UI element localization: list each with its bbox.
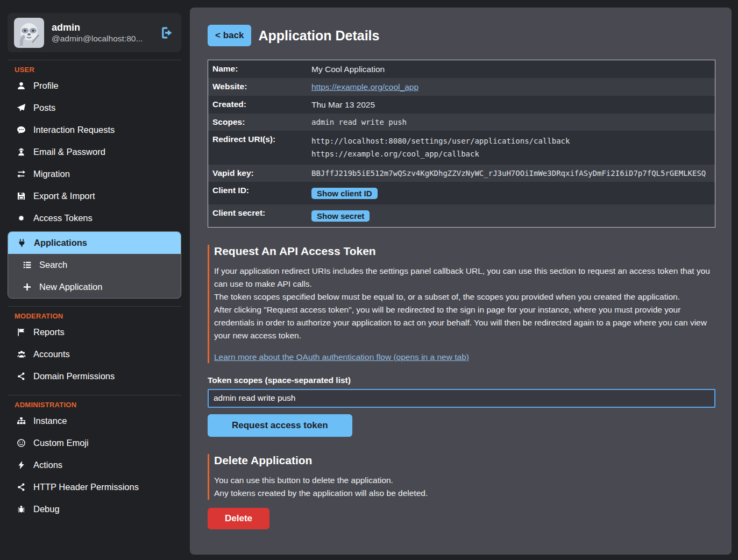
sitemap-icon: [16, 416, 26, 426]
row-value: admin read write push: [307, 114, 715, 130]
sidebar-item-label: HTTP Header Permissions: [33, 482, 139, 492]
sidebar-item-label: Reports: [33, 327, 65, 337]
sidebar-section-user: USER Profile Posts Interaction Requests: [0, 66, 190, 299]
table-row-client-secret: Client secret: Show secret: [208, 204, 715, 227]
sidebar-item-applications-search[interactable]: Search: [8, 254, 181, 276]
show-secret-button[interactable]: Show secret: [311, 210, 370, 222]
users-icon: [16, 350, 26, 359]
table-row-created: Created: Thu Mar 13 2025: [208, 96, 715, 114]
sidebar-item-label: Migration: [33, 169, 70, 179]
sidebar-item-label: Applications: [34, 238, 87, 248]
row-value: Thu Mar 13 2025: [307, 96, 715, 114]
sidebar-item-posts[interactable]: Posts: [0, 97, 190, 119]
sidebar: admin @admin@localhost:80... USER Profil…: [0, 0, 190, 560]
sidebar-item-http-header-permissions[interactable]: HTTP Header Permissions: [0, 476, 190, 498]
sidebar-item-label: Profile: [33, 81, 59, 91]
sidebar-item-instance[interactable]: Instance: [0, 410, 190, 432]
website-link[interactable]: https://example.org/cool_app: [311, 82, 418, 91]
avatar: [14, 18, 44, 48]
share-nodes-icon: [16, 483, 26, 492]
oauth-docs-link[interactable]: Learn more about the OAuth authenticatio…: [214, 352, 469, 361]
token-paragraph-1: If your application redirect URIs includ…: [214, 265, 716, 290]
back-button[interactable]: < back: [208, 25, 251, 46]
table-row-vapid-key: Vapid key: BBJffJ219b5iE512m7wQSzv4KgKDh…: [208, 165, 715, 182]
sidebar-item-label: Search: [39, 260, 67, 270]
sidebar-divider: [8, 60, 181, 60]
user-secret-icon: [16, 147, 26, 157]
token-scopes-input[interactable]: [208, 389, 715, 408]
comment-dots-icon: [16, 125, 26, 134]
delete-application-button[interactable]: Delete: [208, 508, 269, 529]
row-label: Website:: [208, 78, 307, 95]
section-heading-moderation: MODERATION: [15, 312, 190, 320]
table-row-name: Name: My Cool Application: [208, 60, 715, 78]
user-meta: admin @admin@localhost:80...: [52, 22, 151, 44]
sidebar-item-label: Interaction Requests: [33, 125, 115, 135]
sidebar-item-label: Domain Permissions: [33, 371, 115, 381]
table-row-website: Website: https://example.org/cool_app: [208, 78, 715, 96]
redirect-uri-2: https://example.org/cool_app/callback: [311, 148, 711, 161]
row-label: Scopes:: [208, 114, 307, 131]
flag-icon: [16, 328, 26, 337]
page-header: < back Application Details: [208, 25, 716, 46]
sidebar-item-domain-permissions[interactable]: Domain Permissions: [0, 365, 190, 387]
sidebar-item-label: Email & Password: [33, 147, 105, 157]
sidebar-item-label: Accounts: [33, 349, 70, 359]
sidebar-section-moderation: MODERATION Reports Accounts Domain Permi…: [0, 312, 190, 387]
sidebar-item-custom-emoji[interactable]: Custom Emoji: [0, 432, 190, 454]
sidebar-item-email-password[interactable]: Email & Password: [0, 141, 190, 163]
sidebar-item-access-tokens[interactable]: Access Tokens: [0, 207, 190, 229]
bolt-icon: [16, 460, 26, 470]
sidebar-item-actions[interactable]: Actions: [0, 454, 190, 476]
sidebar-item-label: Instance: [33, 416, 67, 426]
page-title: Application Details: [258, 28, 379, 44]
settings-app: admin @admin@localhost:80... USER Profil…: [0, 0, 738, 560]
sidebar-item-label: Access Tokens: [33, 213, 93, 223]
row-value: BBJffJ219b5iE512m7wQSzv4KgKDhgZZVzNyWC_r…: [307, 165, 715, 181]
show-client-id-button[interactable]: Show client ID: [311, 188, 378, 199]
row-label: Client secret:: [208, 204, 307, 222]
floppy-disk-icon: [16, 192, 26, 201]
sidebar-item-interaction-requests[interactable]: Interaction Requests: [0, 119, 190, 141]
token-paragraph-3: After clicking "Request access token", y…: [214, 303, 716, 342]
request-access-token-button[interactable]: Request access token: [208, 414, 352, 437]
sidebar-divider: [8, 395, 181, 395]
list-icon: [22, 260, 32, 270]
application-details-table: Name: My Cool Application Website: https…: [208, 60, 715, 228]
applications-group: Applications Search New Application: [8, 231, 181, 299]
sidebar-item-label: Posts: [33, 103, 55, 113]
sidebar-divider: [8, 306, 181, 307]
sidebar-item-label: Export & Import: [33, 191, 95, 201]
delete-section-heading: Delete Application: [214, 454, 716, 467]
bug-icon: [16, 505, 26, 514]
sidebar-item-profile[interactable]: Profile: [0, 75, 190, 97]
sidebar-item-accounts[interactable]: Accounts: [0, 343, 190, 365]
row-label: Vapid key:: [208, 165, 307, 182]
row-label: Client ID:: [208, 182, 307, 199]
delete-line-1: You can use this button to delete the ap…: [214, 474, 716, 487]
sidebar-item-migration[interactable]: Migration: [0, 163, 190, 185]
token-scopes-label: Token scopes (space-separated list): [208, 375, 716, 385]
sidebar-item-new-application[interactable]: New Application: [8, 276, 181, 298]
sidebar-item-reports[interactable]: Reports: [0, 321, 190, 343]
user-icon: [16, 81, 26, 90]
sidebar-section-administration: ADMINISTRATION Instance Custom Emoji Act…: [0, 401, 190, 520]
redirect-uri-1: http://localhost:8080/settings/user/appl…: [311, 135, 711, 148]
main-panel: < back Application Details Name: My Cool…: [190, 8, 732, 555]
delete-application-docs: Delete Application You can use this butt…: [208, 454, 716, 500]
paper-plane-icon: [16, 103, 26, 112]
section-heading-user: USER: [15, 66, 190, 74]
exchange-arrows-icon: [16, 169, 26, 179]
row-value: http://localhost:8080/settings/user/appl…: [307, 131, 715, 165]
sidebar-item-debug[interactable]: Debug: [0, 498, 190, 520]
share-nodes-icon: [16, 372, 26, 381]
sidebar-item-applications[interactable]: Applications: [8, 232, 181, 254]
table-row-redirect-uris: Redirect URI(s): http://localhost:8080/s…: [208, 131, 715, 165]
table-row-scopes: Scopes: admin read write push: [208, 114, 715, 131]
token-paragraph-2: The token scopes specified below must be…: [214, 290, 716, 303]
sidebar-item-label: New Application: [39, 282, 102, 292]
sidebar-item-export-import[interactable]: Export & Import: [0, 185, 190, 207]
row-label: Redirect URI(s):: [208, 131, 307, 148]
logout-icon[interactable]: [159, 25, 175, 41]
row-label: Name:: [208, 60, 307, 77]
